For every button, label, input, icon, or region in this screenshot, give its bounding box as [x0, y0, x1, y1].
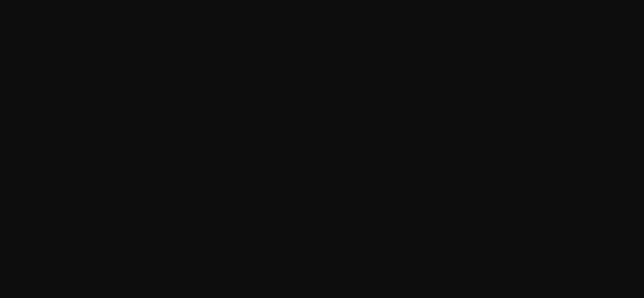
terminal-output [9, 8, 635, 298]
